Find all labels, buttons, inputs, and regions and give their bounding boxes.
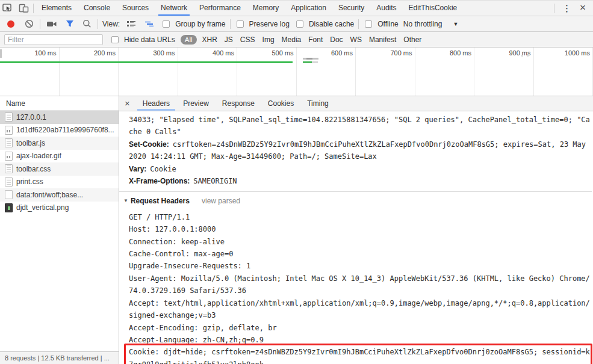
disable-cache-label: Disable cache [306, 20, 356, 28]
timeline-tick: 200 ms [94, 49, 116, 57]
filter-type-doc[interactable]: Doc [326, 35, 346, 44]
filter-type-img[interactable]: Img [259, 35, 278, 44]
timeline-cell: 500 ms [237, 48, 297, 96]
triangle-expanded-icon[interactable]: ▼ [123, 195, 128, 207]
timeline-cell: 600 ms [297, 48, 356, 96]
tab-editthiscookie[interactable]: EditThisCookie [403, 1, 464, 16]
detail-tab-preview[interactable]: Preview [176, 96, 216, 111]
throttling-select[interactable]: No throttling [401, 20, 445, 28]
request-row[interactable]: 1d1df6220ab711e9996760f8... [0, 124, 119, 137]
tab-security[interactable]: Security [332, 1, 370, 16]
throttling-caret-icon[interactable]: ▼ [453, 21, 458, 27]
timeline-tick: 300 ms [153, 49, 175, 57]
filter-type-ws[interactable]: WS [347, 35, 365, 44]
divider [554, 4, 554, 13]
filter-type-media[interactable]: Media [278, 35, 305, 44]
network-overview-timeline[interactable]: 100 ms 200 ms 300 ms 400 ms 500 ms 600 m… [0, 48, 593, 96]
timeline-drag-handle[interactable] [0, 49, 2, 58]
request-row[interactable]: djdt_vertical.png [0, 202, 119, 215]
view-parsed-link[interactable]: view parsed [202, 195, 240, 207]
request-row[interactable]: data:font/woff;base... [0, 188, 119, 202]
detail-tab-timing[interactable]: Timing [300, 96, 335, 111]
preserve-log-label: Preserve log [247, 20, 292, 28]
detail-tab-response[interactable]: Response [216, 96, 261, 111]
request-row[interactable]: ajax-loader.gif [0, 150, 119, 163]
filter-icon[interactable] [61, 17, 78, 31]
devtools-window: Elements Console Sources Network Perform… [0, 0, 593, 364]
divider [98, 19, 98, 29]
tab-audits[interactable]: Audits [370, 1, 402, 16]
tab-sources[interactable]: Sources [116, 1, 155, 16]
request-headers-section-header[interactable]: ▼ Request Headers view parsed [119, 191, 592, 209]
filter-input[interactable] [4, 34, 103, 45]
offline-label: Offline [375, 20, 400, 28]
image-file-icon [5, 203, 13, 212]
show-overview-icon[interactable] [140, 17, 158, 31]
timeline-tick: 700 ms [390, 49, 412, 57]
request-detail-panel: × Headers Preview Response Cookies Timin… [119, 96, 593, 364]
filter-type-all[interactable]: All [181, 35, 197, 45]
disable-cache-checkbox[interactable] [296, 20, 303, 28]
clear-icon[interactable] [20, 17, 38, 31]
offline-checkbox[interactable] [365, 20, 372, 28]
tabbar-right-controls: ⋮ × [552, 2, 593, 15]
close-devtools-icon[interactable]: × [577, 2, 593, 15]
timeline-tick: 800 ms [450, 49, 471, 57]
name-column-header[interactable]: Name [0, 96, 119, 111]
record-button[interactable] [7, 20, 14, 28]
tab-network[interactable]: Network [155, 1, 193, 16]
tab-performance[interactable]: Performance [193, 1, 247, 16]
search-icon[interactable] [78, 17, 96, 31]
timeline-tick: 100 ms [34, 49, 56, 57]
tab-application[interactable]: Application [285, 1, 332, 16]
request-row[interactable]: toolbar.js [0, 137, 119, 150]
response-header-tail: 34033; "Elapsed time", SQLPanel_sql_time… [129, 114, 592, 138]
request-row[interactable]: print.css [0, 176, 119, 189]
request-row[interactable]: toolbar.css [0, 162, 119, 176]
group-by-frame-checkbox[interactable] [163, 20, 170, 28]
filter-type-font[interactable]: Font [305, 35, 326, 44]
hide-data-urls-label: Hide data URLs [122, 35, 178, 44]
filter-type-css[interactable]: CSS [237, 35, 259, 44]
request-name: print.css [16, 177, 43, 186]
filter-type-other[interactable]: Other [400, 35, 425, 44]
timeline-tick: 600 ms [331, 49, 353, 57]
filter-type-manifest[interactable]: Manifest [365, 35, 400, 44]
close-detail-icon[interactable]: × [119, 98, 136, 110]
filter-bar: Hide data URLs All XHR JS CSS Img Media … [0, 32, 593, 48]
request-name: 1d1df6220ab711e9996760f8... [16, 126, 114, 134]
divider [33, 4, 34, 13]
filter-type-xhr[interactable]: XHR [199, 35, 221, 44]
timeline-cell: 700 ms [356, 48, 415, 96]
request-header-line: GET / HTTP/1.1 [129, 211, 592, 223]
network-main-area: Name 127.0.0.1 1d1df6220ab711e9996760f8.… [0, 96, 593, 364]
detail-tab-headers[interactable]: Headers [136, 96, 176, 111]
timeline-cell: 1000 ms [534, 48, 593, 96]
request-name: toolbar.js [16, 139, 45, 147]
request-header-line: Upgrade-Insecure-Requests: 1 [129, 260, 592, 272]
summary-text: 8 requests | 12.5 KB transferred | ... [5, 354, 110, 362]
stylesheet-file-icon [5, 177, 13, 187]
detail-tab-cookies[interactable]: Cookies [261, 96, 300, 111]
inspect-element-icon[interactable] [0, 1, 16, 16]
headers-pane[interactable]: 34033; "Elapsed time", SQLPanel_sql_time… [119, 111, 593, 364]
hide-data-urls-checkbox[interactable] [111, 36, 119, 43]
timeline-tick: 400 ms [213, 49, 234, 57]
tab-elements[interactable]: Elements [36, 1, 78, 16]
script-file-icon [5, 138, 13, 147]
filter-type-js[interactable]: JS [221, 35, 237, 44]
tab-console[interactable]: Console [78, 1, 116, 16]
timeline-cell: 300 ms [119, 48, 178, 96]
request-header-line: Cache-Control: max-age=0 [129, 248, 592, 260]
more-options-icon[interactable]: ⋮ [556, 3, 577, 14]
large-request-rows-icon[interactable] [122, 17, 140, 31]
device-toolbar-icon[interactable] [16, 1, 31, 16]
preserve-log-checkbox[interactable] [237, 20, 244, 28]
capture-screenshots-icon[interactable] [42, 17, 61, 31]
request-list-panel: Name 127.0.0.1 1d1df6220ab711e9996760f8.… [0, 96, 119, 364]
tab-memory[interactable]: Memory [247, 1, 285, 16]
header-value: csrftoken=z4sDnWBZDz5Y9zIvr0mI9hJBmCciPu… [129, 140, 586, 161]
request-row[interactable]: 127.0.0.1 [0, 111, 119, 124]
timeline-tick: 1000 ms [565, 49, 590, 57]
response-header-line: X-Frame-Options:SAMEORIGIN [129, 175, 592, 187]
